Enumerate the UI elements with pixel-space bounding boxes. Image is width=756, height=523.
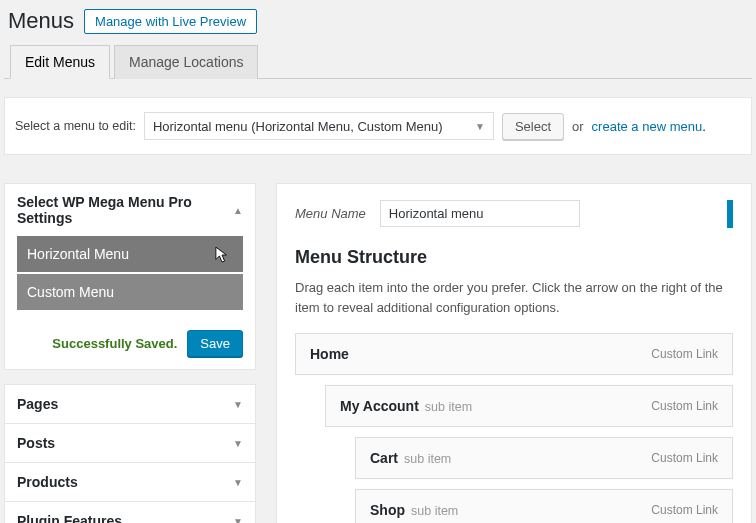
menu-item-my-account[interactable]: My Accountsub item Custom Link bbox=[325, 385, 733, 427]
triangle-up-icon: ▲ bbox=[233, 205, 243, 216]
accordion-label: Posts bbox=[17, 435, 55, 451]
mega-menu-settings-header[interactable]: Select WP Mega Menu Pro Settings ▲ bbox=[5, 184, 255, 236]
menu-item-title: Home bbox=[310, 346, 349, 362]
menu-structure-desc: Drag each item into the order you prefer… bbox=[295, 278, 733, 317]
menu-editor-panel: Menu Name Menu Structure Drag each item … bbox=[276, 183, 752, 523]
menu-dropdown[interactable]: Horizontal menu (Horizontal Menu, Custom… bbox=[144, 112, 494, 140]
menu-item-type: Custom Link bbox=[651, 347, 718, 361]
create-new-menu-link[interactable]: create a new menu bbox=[592, 119, 703, 134]
menu-structure-title: Menu Structure bbox=[295, 247, 733, 268]
menu-item-sub: sub item bbox=[411, 504, 458, 518]
menu-item-title: My Account bbox=[340, 398, 419, 414]
accordion-products[interactable]: Products ▼ bbox=[4, 463, 256, 502]
save-menu-button-edge[interactable] bbox=[727, 200, 733, 228]
mega-menu-item-label: Custom Menu bbox=[27, 284, 114, 300]
accordion-label: Pages bbox=[17, 396, 58, 412]
menu-item-shop[interactable]: Shopsub item Custom Link bbox=[355, 489, 733, 523]
select-button[interactable]: Select bbox=[502, 113, 564, 140]
mega-menu-item-label: Horizontal Menu bbox=[27, 246, 129, 262]
save-button[interactable]: Save bbox=[187, 330, 243, 357]
mega-menu-item-custom[interactable]: Custom Menu bbox=[17, 274, 243, 310]
menu-item-cart[interactable]: Cartsub item Custom Link bbox=[355, 437, 733, 479]
accordion-label: Products bbox=[17, 474, 78, 490]
menu-item-type: Custom Link bbox=[651, 399, 718, 413]
triangle-down-icon: ▼ bbox=[233, 399, 243, 410]
menu-item-title: Shop bbox=[370, 502, 405, 518]
menu-item-sub: sub item bbox=[404, 452, 451, 466]
menu-dropdown-value: Horizontal menu (Horizontal Menu, Custom… bbox=[153, 119, 443, 134]
mega-menu-settings-panel: Select WP Mega Menu Pro Settings ▲ Horiz… bbox=[4, 183, 256, 370]
menu-name-label: Menu Name bbox=[295, 206, 366, 221]
mega-menu-item-horizontal[interactable]: Horizontal Menu bbox=[17, 236, 243, 272]
select-menu-bar: Select a menu to edit: Horizontal menu (… bbox=[4, 97, 752, 155]
cursor-icon bbox=[215, 246, 229, 264]
tab-edit-menus[interactable]: Edit Menus bbox=[10, 45, 110, 79]
mega-menu-settings-title: Select WP Mega Menu Pro Settings bbox=[17, 194, 233, 226]
menu-item-title: Cart bbox=[370, 450, 398, 466]
tab-manage-locations[interactable]: Manage Locations bbox=[114, 45, 258, 79]
period: . bbox=[702, 119, 706, 134]
saved-message: Successfully Saved. bbox=[52, 336, 177, 351]
accordion-posts[interactable]: Posts ▼ bbox=[4, 424, 256, 463]
menu-item-type: Custom Link bbox=[651, 503, 718, 517]
page-title: Menus bbox=[8, 8, 74, 34]
or-text: or bbox=[572, 119, 584, 134]
menu-name-input[interactable] bbox=[380, 200, 580, 227]
accordion-label: Plugin Features bbox=[17, 513, 122, 523]
triangle-down-icon: ▼ bbox=[233, 438, 243, 449]
select-menu-label: Select a menu to edit: bbox=[15, 119, 136, 133]
menu-item-sub: sub item bbox=[425, 400, 472, 414]
accordion-pages[interactable]: Pages ▼ bbox=[4, 385, 256, 424]
menu-item-home[interactable]: Home Custom Link bbox=[295, 333, 733, 375]
nav-tabs: Edit Menus Manage Locations bbox=[4, 44, 752, 79]
chevron-down-icon: ▼ bbox=[475, 121, 485, 132]
add-items-accordion: Pages ▼ Posts ▼ Products ▼ Plugin Featur… bbox=[4, 384, 256, 523]
triangle-down-icon: ▼ bbox=[233, 477, 243, 488]
accordion-plugin-features[interactable]: Plugin Features ▼ bbox=[4, 502, 256, 523]
live-preview-button[interactable]: Manage with Live Preview bbox=[84, 9, 257, 34]
triangle-down-icon: ▼ bbox=[233, 516, 243, 524]
menu-item-type: Custom Link bbox=[651, 451, 718, 465]
